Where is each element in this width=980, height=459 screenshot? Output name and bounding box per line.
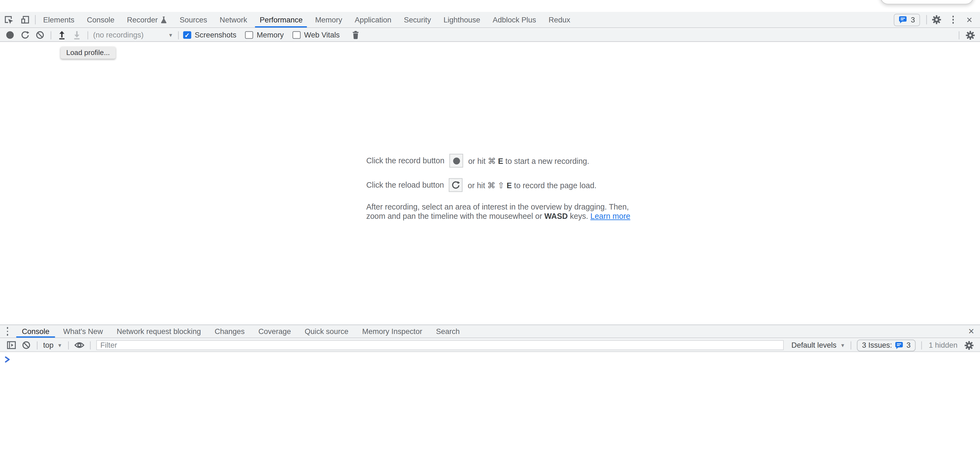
settings-button[interactable] — [928, 15, 945, 24]
tab-network[interactable]: Network — [213, 12, 253, 27]
tab-sources[interactable]: Sources — [173, 12, 213, 27]
log-levels-select[interactable]: Default levels ▼ — [789, 341, 848, 350]
console-prompt-icon — [5, 356, 11, 363]
recordings-select-value: (no recordings) — [93, 30, 143, 39]
tab-label: Quick source — [305, 327, 348, 336]
checkbox-unchecked-icon — [293, 31, 301, 39]
console-issues-button[interactable]: 3 Issues: 3 — [857, 339, 915, 351]
record-button[interactable] — [2, 29, 18, 41]
hint-text: or hit ⌘ E to start a new recording. — [468, 156, 589, 165]
inspect-element-button[interactable] — [0, 12, 17, 27]
tab-security[interactable]: Security — [398, 12, 437, 27]
tab-recorder[interactable]: Recorder — [121, 12, 173, 27]
clear-console-button[interactable] — [19, 339, 34, 351]
gear-icon — [965, 30, 975, 40]
tab-label: Lighthouse — [444, 15, 480, 24]
screenshots-checkbox[interactable]: ✓ Screenshots — [183, 30, 237, 39]
load-profile-button[interactable] — [54, 29, 70, 41]
drawer-tab-coverage[interactable]: Coverage — [251, 325, 298, 338]
javascript-context-select[interactable]: top ▼ — [41, 341, 65, 350]
save-profile-button[interactable] — [70, 29, 84, 41]
reload-button-illustration[interactable] — [449, 178, 463, 192]
drawer-tab-memory-inspector[interactable]: Memory Inspector — [355, 325, 429, 338]
issues-count: 3 — [911, 15, 915, 24]
hint-text: Click the reload button — [366, 181, 444, 190]
clear-recordings-button[interactable] — [33, 29, 48, 41]
learn-more-link[interactable]: Learn more — [590, 212, 630, 220]
drawer-tab-network-request-blocking[interactable]: Network request blocking — [110, 325, 208, 338]
drawer-tab-changes[interactable]: Changes — [208, 325, 251, 338]
tab-label: Recorder — [127, 15, 158, 24]
hint-text: or hit ⌘ ⇧ E to record the page load. — [468, 180, 597, 190]
garbage-collect-button[interactable] — [348, 29, 363, 41]
divider — [51, 31, 51, 39]
tabbar-right-controls: 3 — [894, 12, 980, 27]
checkbox-checked-icon: ✓ — [183, 31, 191, 39]
hint-text: Click the record button — [366, 156, 444, 165]
create-live-expression-button[interactable] — [72, 339, 87, 351]
divider — [90, 341, 90, 349]
record-icon — [6, 31, 14, 38]
divider — [68, 341, 68, 349]
tab-elements[interactable]: Elements — [37, 12, 81, 27]
record-icon — [453, 157, 460, 164]
wasd-keys-text: WASD — [544, 212, 568, 220]
tab-label: Sources — [180, 15, 207, 24]
tab-memory[interactable]: Memory — [309, 12, 348, 27]
drawer-tabbar: Console What's New Network request block… — [0, 324, 980, 338]
tab-lighthouse[interactable]: Lighthouse — [437, 12, 487, 27]
tab-redux[interactable]: Redux — [542, 12, 576, 27]
recordings-select[interactable]: (no recordings) ▼ — [91, 30, 175, 39]
checkbox-unchecked-icon — [245, 31, 253, 39]
divider — [926, 15, 927, 24]
issues-bubble-icon — [899, 16, 907, 24]
memory-checkbox[interactable]: Memory — [245, 30, 283, 39]
hint-text: After recording, select an area of inter… — [366, 203, 628, 212]
reload-and-record-button[interactable] — [18, 29, 33, 41]
tab-label: Changes — [215, 327, 245, 336]
devtools-window: Elements Console Recorder Sources Networ… — [0, 0, 980, 459]
chevron-down-icon: ▼ — [840, 342, 845, 348]
drawer-tab-search[interactable]: Search — [429, 325, 466, 338]
experiment-flask-icon — [161, 16, 167, 23]
close-drawer-button[interactable]: × — [963, 325, 980, 338]
performance-toolbar: (no recordings) ▼ ✓ Screenshots Memory W… — [0, 29, 980, 42]
console-messages-area[interactable] — [0, 352, 980, 459]
reload-icon — [452, 181, 460, 190]
console-filter-input[interactable] — [96, 340, 784, 350]
issues-button[interactable]: 3 — [894, 13, 920, 26]
context-value: top — [43, 341, 54, 350]
show-console-sidebar-button[interactable] — [4, 339, 19, 351]
capture-settings-button[interactable] — [963, 29, 978, 41]
device-toolbar-icon — [21, 15, 30, 24]
record-button-illustration[interactable] — [450, 154, 463, 167]
tab-label: Performance — [260, 15, 303, 24]
tab-performance[interactable]: Performance — [253, 12, 309, 27]
record-hint-row: Click the record button or hit ⌘ E to st… — [366, 154, 630, 167]
gear-icon — [964, 341, 974, 350]
divider — [921, 341, 922, 349]
block-icon — [35, 30, 44, 39]
eye-icon — [74, 341, 84, 349]
cmd-key: ⌘ — [488, 156, 496, 165]
web-vitals-checkbox[interactable]: Web Vitals — [293, 30, 340, 39]
tab-label: Security — [404, 15, 431, 24]
more-options-button[interactable] — [945, 16, 961, 24]
trash-icon — [352, 30, 360, 39]
drawer-tab-whats-new[interactable]: What's New — [56, 325, 110, 338]
toggle-device-toolbar-button[interactable] — [17, 12, 34, 27]
divider — [35, 15, 35, 24]
browser-strip — [0, 0, 980, 12]
browser-popup-remnant — [880, 0, 974, 4]
hint-text: keys. — [570, 212, 588, 220]
checkbox-label: Web Vitals — [304, 30, 340, 39]
console-settings-button[interactable] — [961, 339, 976, 351]
tab-application[interactable]: Application — [348, 12, 398, 27]
drawer-tab-console[interactable]: Console — [15, 325, 56, 338]
drawer-more-tools-button[interactable] — [0, 325, 15, 338]
tab-label: Console — [22, 327, 49, 336]
tab-console[interactable]: Console — [81, 12, 121, 27]
close-devtools-button[interactable]: × — [961, 15, 977, 25]
tab-adblock-plus[interactable]: Adblock Plus — [487, 12, 542, 27]
drawer-tab-quick-source[interactable]: Quick source — [298, 325, 355, 338]
